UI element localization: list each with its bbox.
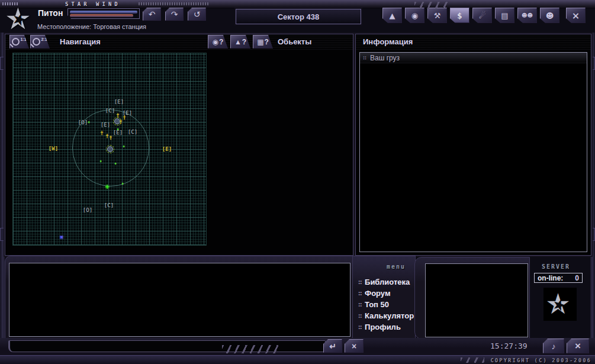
map-marker-ship_g[interactable]	[88, 116, 90, 125]
enter-arrow-icon: ↵	[329, 342, 336, 351]
slash-decoration	[461, 357, 484, 363]
question-mark: ?	[242, 38, 246, 46]
navigation-panel-header: 1:1 2:1 Навигация ◉? ▲? ▦? Обьекты	[5, 34, 353, 50]
map-marker-gate[interactable]: E	[114, 99, 124, 105]
location-label: Местоположение: Торговая станция	[37, 23, 146, 30]
map-marker-player[interactable]	[105, 182, 109, 191]
exit-button[interactable]: ×	[566, 8, 586, 23]
status-bar: ↵ × 15:27:39 ♪ ×	[0, 338, 595, 355]
map-marker-gate[interactable]: O	[83, 208, 92, 213]
server-star-logo: ★ ★	[543, 288, 577, 321]
info-button[interactable]: ▤	[495, 8, 514, 23]
people-icon: ☻☻	[522, 12, 533, 18]
menu-item-profile[interactable]: ∷ Профиль	[358, 321, 414, 333]
chat-log[interactable]	[9, 263, 350, 337]
menu-item-label: Калькулятор	[365, 311, 414, 320]
userlist-box[interactable]	[425, 263, 528, 337]
map-marker-ship_g[interactable]	[117, 123, 119, 133]
ship-help-button[interactable]: ▲?	[230, 35, 250, 49]
map-marker-gate[interactable]: C	[128, 130, 137, 135]
map-marker-edge[interactable]: W	[49, 146, 58, 152]
map-marker-station[interactable]	[107, 146, 113, 152]
footer: COPYRIGHT (C) 2003-2006	[0, 355, 595, 364]
ship-button[interactable]: ▲	[382, 8, 402, 23]
redo-button[interactable]: ↷	[165, 8, 184, 21]
status-bars	[67, 8, 140, 19]
ship-icon: ▲	[234, 38, 242, 46]
profile-button[interactable]: ☻	[540, 8, 559, 23]
planet-icon: ◉	[411, 11, 418, 20]
map-marker-ship_g[interactable]	[99, 155, 102, 165]
map-marker-edge[interactable]: E	[162, 147, 172, 152]
map-marker-ship_g[interactable]	[123, 140, 125, 150]
menu-item-label: Профиль	[365, 323, 401, 331]
map-marker-ship_y[interactable]	[100, 127, 103, 137]
planet-help-button[interactable]: ◉?	[208, 35, 228, 49]
money-button[interactable]: $	[450, 8, 469, 23]
comm-button[interactable]: ☄	[472, 8, 492, 23]
grid-help-button[interactable]: ▦?	[253, 35, 273, 49]
players-button[interactable]: ☻☻	[517, 8, 537, 23]
navigation-title: Навигация	[60, 37, 101, 46]
dollar-icon: $	[457, 11, 462, 20]
menu-item-label: Библиотека	[365, 278, 410, 286]
map-marker-ship_g[interactable]	[114, 157, 117, 167]
map-marker-ship_y[interactable]	[119, 116, 122, 125]
sector-title: Сектор 438	[236, 9, 361, 24]
copyright-label: COPYRIGHT (C) 2003-2006	[490, 357, 591, 363]
planet-button[interactable]: ◉	[405, 8, 424, 23]
map-marker-ship_y[interactable]	[105, 130, 108, 140]
close-app-button[interactable]: ×	[567, 339, 589, 353]
clear-button[interactable]: ×	[345, 339, 364, 353]
ship-icon: ▲	[390, 11, 395, 20]
menu-items: ∷ Библиотека ∷ Форум ∷ Топ 50 ∷ Калькуля…	[358, 276, 414, 333]
menu-item-label: Топ 50	[365, 300, 389, 309]
map-marker-ship_y[interactable]	[109, 132, 112, 141]
menu-item-forum[interactable]: ∷ Форум	[358, 288, 414, 299]
work-button[interactable]: ⚒	[427, 8, 447, 23]
send-button[interactable]: ↵	[323, 339, 342, 353]
menu-item-calculator[interactable]: ∷ Калькулятор	[358, 310, 414, 321]
redo-arrow-icon: ↷	[171, 9, 178, 19]
objects-title: Обьекты	[278, 37, 311, 46]
energy-bar	[70, 14, 133, 17]
satellite-icon: ☄	[479, 11, 486, 20]
person-icon: ☻	[546, 11, 554, 20]
slash-decoration	[222, 345, 278, 353]
zoom-ratio-label: 2:1	[41, 37, 47, 41]
server-label: SERVER	[542, 263, 570, 270]
planet-icon: ◉	[213, 38, 218, 46]
cargo-list-item[interactable]: ∷ Ваш груз	[360, 53, 587, 63]
cargo-label: Ваш груз	[370, 54, 400, 62]
list-bullet-icon: ∷	[358, 301, 362, 308]
list-bullet-icon: ∷	[358, 324, 362, 330]
undo-button[interactable]: ↶	[143, 8, 161, 21]
music-note-icon: ♪	[552, 342, 556, 351]
pixel-decoration	[139, 2, 210, 5]
map-marker-gate[interactable]: C	[105, 108, 115, 114]
map-marker-gate[interactable]: O	[78, 120, 88, 125]
player-name: Питон	[38, 8, 63, 18]
zoom-1-1-button[interactable]: 1:1	[9, 35, 29, 49]
menu-item-top50[interactable]: ∷ Топ 50	[358, 299, 414, 310]
map-marker-ship_y[interactable]	[123, 112, 126, 121]
menu-item-library[interactable]: ∷ Библиотека	[358, 276, 414, 288]
map-marker-gate[interactable]: C	[104, 203, 114, 208]
zoom-2-1-button[interactable]: 2:1	[30, 35, 50, 49]
information-panel: Информация ∷ Ваш груз	[355, 34, 591, 256]
magnifier-icon	[12, 38, 20, 46]
history-button[interactable]: ↺	[188, 8, 206, 21]
slash-decoration	[414, 2, 450, 9]
online-value: 0	[575, 274, 579, 282]
map-grid[interactable]: ECEOEECCOWE	[12, 53, 207, 246]
question-mark: ?	[219, 38, 223, 46]
menu-label: menu	[387, 263, 406, 270]
information-panel-header: Информация	[356, 34, 591, 50]
grid-icon: ▦	[257, 38, 263, 46]
nav-history-buttons: ↶ ↷ ↺	[143, 8, 206, 21]
map-marker-beacon[interactable]	[60, 231, 63, 240]
close-x-icon: ×	[352, 342, 356, 351]
work-icon: ⚒	[434, 11, 441, 20]
map-marker-ship_g[interactable]	[121, 178, 124, 187]
music-button[interactable]: ♪	[543, 339, 564, 353]
